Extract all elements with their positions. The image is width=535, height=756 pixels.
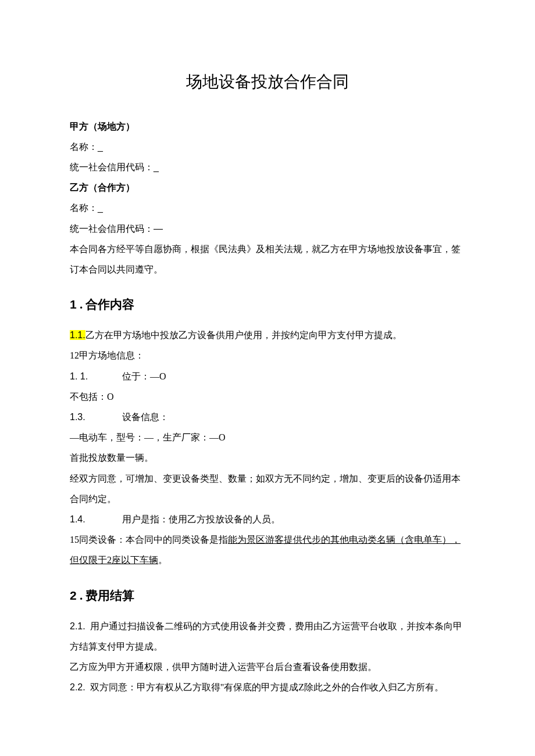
party-a-code-label: 统一社会信用代码： bbox=[70, 162, 154, 172]
party-a-header: 甲方（场地方） bbox=[70, 116, 465, 137]
section-1-title: 合作内容 bbox=[85, 298, 134, 311]
clause-2-2-text: 双方同意：甲方有权从乙方取得"有保底的甲方提成Z除此之外的合作收入归乙方所有。 bbox=[90, 682, 444, 692]
document-page: 场地设备投放合作合同 甲方（场地方） 名称：_ 统一社会信用代码：_ 乙方（合作… bbox=[0, 0, 535, 756]
party-a-name-label: 名称： bbox=[70, 142, 98, 152]
clause-1-3-num: 1.3. bbox=[70, 407, 122, 427]
clause-15-prefix: 15同类设备：本合同中的同类设备是指 bbox=[70, 535, 228, 544]
clause-2-1-num: 2.1. bbox=[70, 621, 85, 631]
clause-1-4-text: 用户是指：使用乙方投放设备的人员。 bbox=[122, 514, 280, 524]
section-1-num: 1 bbox=[70, 298, 77, 311]
party-b-name-line: 名称：_ bbox=[70, 198, 465, 218]
clause-1-1b-num: 1. 1. bbox=[70, 366, 122, 386]
clause-1-1: 1.1.乙方在甲方场地中投放乙方设备供用户使用，并按约定向甲方支付甲方提成。 bbox=[70, 325, 465, 345]
clause-2-1: 2.1. 用户通过扫描设备二维码的方式使用设备并交费，费用由乙方运营平台收取，并… bbox=[70, 616, 465, 657]
party-b-name-label: 名称： bbox=[70, 203, 98, 213]
clause-12: 12甲方场地信息： bbox=[70, 345, 465, 366]
document-title: 场地设备投放合作合同 bbox=[70, 64, 465, 100]
preamble-text: 本合同各方经平等自愿协商，根据《民法典》及相关法规，就乙方在甲方场地投放设备事宜… bbox=[70, 239, 465, 280]
party-b-header: 乙方（合作方） bbox=[70, 177, 465, 198]
exclude-line: 不包括：O bbox=[70, 386, 465, 407]
section-2-dot: . bbox=[77, 589, 83, 603]
clause-2-2: 2.2. 双方同意：甲方有权从乙方取得"有保底的甲方提成Z除此之外的合作收入归乙… bbox=[70, 677, 465, 697]
clause-2-1-text: 用户通过扫描设备二维码的方式使用设备并交费，费用由乙方运营平台收取，并按本条向甲… bbox=[70, 621, 462, 651]
clause-1-1b-text: 位于：—O bbox=[122, 371, 166, 381]
clause-1-3: 1.3.设备信息： bbox=[70, 407, 465, 427]
clause-1-4: 1.4.用户是指：使用乙方投放设备的人员。 bbox=[70, 509, 465, 529]
clause-2-2-num: 2.2. bbox=[70, 682, 85, 692]
clause-15: 15同类设备：本合同中的同类设备是指能为景区游客提供代步的其他电动类名辆（含电单… bbox=[70, 529, 465, 570]
party-a-code-blank: _ bbox=[154, 162, 159, 172]
clause-1-3-text: 设备信息： bbox=[122, 412, 169, 422]
clause-1-1b: 1. 1.位于：—O bbox=[70, 366, 465, 386]
party-b-name-blank: _ bbox=[98, 203, 103, 213]
party-a-name-line: 名称：_ bbox=[70, 137, 465, 157]
party-b-code-label: 统一社会信用代码： bbox=[70, 224, 154, 234]
vehicle-line: —电动车，型号：—，生产厂家：—O bbox=[70, 427, 465, 447]
clause-1-1-text: 乙方在甲方场地中投放乙方设备供用户使用，并按约定向甲方支付甲方提成。 bbox=[85, 330, 402, 340]
section-1-dot: . bbox=[77, 298, 83, 311]
clause-2-1b: 乙方应为甲方开通权限，供甲方随时进入运营平台后台查看设备使用数据。 bbox=[70, 657, 465, 677]
party-a-name-blank: _ bbox=[98, 142, 103, 152]
section-2-num: 2 bbox=[70, 589, 77, 602]
section-2-title: 费用结算 bbox=[85, 589, 134, 603]
change-line: 经双方同意，可增加、变更设备类型、数量；如双方无不同约定，增加、变更后的设备仍适… bbox=[70, 468, 465, 509]
party-a-code-line: 统一社会信用代码：_ bbox=[70, 157, 465, 177]
section-1-heading: 1 . 合作内容 bbox=[70, 291, 465, 318]
party-b-code-line: 统一社会信用代码：— bbox=[70, 218, 465, 239]
section-2-heading: 2 . 费用结算 bbox=[70, 582, 465, 609]
party-b-code-blank: — bbox=[154, 224, 163, 234]
batch-line: 首批投放数量一辆。 bbox=[70, 447, 465, 468]
clause-1-4-num: 1.4. bbox=[70, 509, 122, 529]
clause-15-suffix: 。 bbox=[158, 555, 167, 565]
clause-1-1-num-highlight: 1.1. bbox=[70, 330, 85, 340]
